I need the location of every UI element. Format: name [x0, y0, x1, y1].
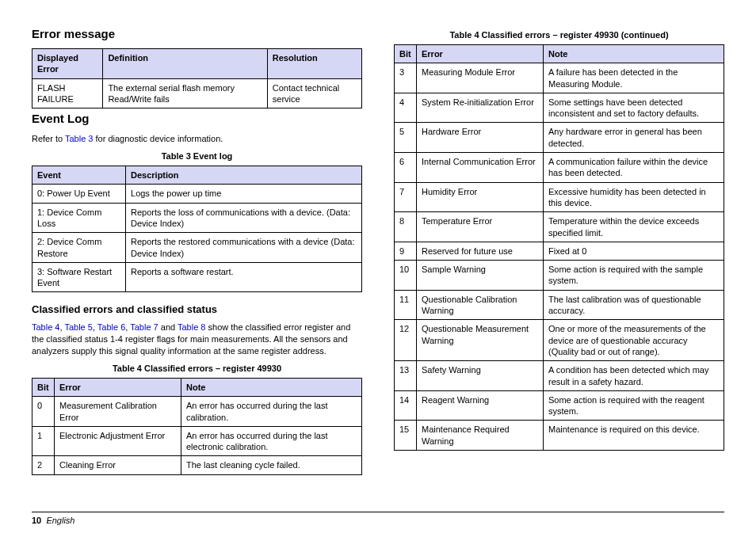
link-table7[interactable]: Table 7	[130, 322, 158, 332]
table-row: 5Hardware ErrorAny hardware error in gen…	[395, 123, 724, 153]
th: Bit	[395, 45, 417, 63]
table-cell: 10	[395, 261, 417, 291]
table-cell: Temperature Error	[417, 212, 544, 242]
table-event-log: Event Description 0: Power Up EventLogs …	[32, 166, 362, 292]
link-table8[interactable]: Table 8	[178, 322, 205, 332]
table-cell: 0: Power Up Event	[32, 185, 126, 203]
table-cell: Reagent Warning	[417, 390, 544, 421]
tbody: FLASH FAILUREThe external serial flash m…	[32, 78, 362, 109]
table-cell: 11	[395, 290, 417, 320]
table-cell: 2	[32, 456, 55, 474]
table-row: 4System Re-initialization ErrorSome sett…	[395, 93, 724, 123]
table-cell: Some settings have been detected inconsi…	[544, 93, 724, 123]
table-cell: 3: Software Restart Event	[32, 262, 126, 292]
table-row: 1Electronic Adjustment ErrorAn error has…	[32, 426, 362, 456]
tbody: 0: Power Up EventLogs the power up time1…	[32, 185, 362, 292]
table-row: 2: Device Comm RestoreReports the restor…	[32, 233, 362, 263]
table-cell: 14	[395, 390, 417, 421]
table-row: 0: Power Up EventLogs the power up time	[32, 185, 362, 203]
table-cell: One or more of the measurements of the d…	[544, 320, 724, 361]
table-cell: FLASH FAILURE	[32, 78, 103, 109]
table-cell: 3	[395, 63, 417, 93]
table-cell: Questionable Calibration Warning	[417, 290, 544, 320]
table-row: 2Cleaning ErrorThe last cleaning cycle f…	[32, 456, 362, 474]
table-row: 14Reagent WarningSome action is required…	[395, 390, 724, 421]
table-cell: 8	[395, 212, 417, 242]
table-cell: Hardware Error	[417, 123, 544, 153]
table-cell: 1: Device Comm Loss	[32, 203, 126, 233]
table-cell: An error has occurred during the last el…	[181, 426, 362, 456]
table-cell: Fixed at 0	[544, 242, 724, 260]
table-cell: 6	[395, 153, 417, 183]
right-column: Table 4 Classified errors – register 499…	[394, 24, 724, 497]
table-cell: Any hardware error in general has been d…	[544, 123, 724, 153]
table-cell: 2: Device Comm Restore	[32, 233, 126, 263]
table-row: 0Measurement Calibration ErrorAn error h…	[32, 397, 362, 427]
table-row: FLASH FAILUREThe external serial flash m…	[32, 78, 362, 109]
table-cell: Reports the restored communications with…	[126, 233, 362, 263]
table-cell: Electronic Adjustment Error	[55, 426, 181, 456]
caption-table3: Table 3 Event log	[32, 151, 362, 161]
table-cell: Reserved for future use	[417, 242, 544, 260]
th: Error	[55, 378, 181, 396]
th: Event	[32, 166, 126, 185]
table-cell: Measuring Module Error	[417, 63, 544, 93]
table-cell: The external serial flash memory Read/Wr…	[103, 78, 267, 109]
table-cell: Humidity Error	[417, 182, 544, 212]
link-table5[interactable]: Table 5	[64, 322, 92, 332]
table-row: 15Maintenance Required WarningMaintenanc…	[395, 421, 724, 451]
table-cell: 12	[395, 320, 417, 361]
link-table3[interactable]: Table 3	[65, 134, 93, 143]
table-cell: Internal Communication Error	[417, 153, 544, 183]
heading-error-message: Error message	[32, 27, 362, 40]
table-cell: 9	[395, 242, 417, 260]
tbody: 3Measuring Module ErrorA failure has bee…	[395, 63, 724, 451]
caption-table4: Table 4 Classified errors – register 499…	[32, 364, 362, 373]
table-cell: A failure has been detected in the Measu…	[544, 63, 724, 93]
table-cell: The last calibration was of questionable…	[544, 290, 724, 320]
table-classified-errors-continued: Bit Error Note 3Measuring Module ErrorA …	[394, 44, 724, 451]
heading-classified: Classified errors and classified status	[32, 303, 362, 315]
table-cell: A communication failure within the devic…	[544, 153, 724, 183]
table-cell: Reports a software restart.	[126, 262, 362, 292]
th: Description	[126, 166, 362, 185]
table-row: 3: Software Restart EventReports a softw…	[32, 262, 362, 292]
table-cell: Contact technical service	[267, 78, 361, 109]
table-cell: 0	[32, 397, 55, 427]
tbody: 0Measurement Calibration ErrorAn error h…	[32, 397, 362, 474]
th: Note	[544, 45, 724, 63]
table-cell: Safety Warning	[417, 361, 544, 391]
footer-language: English	[46, 516, 74, 525]
th: Bit	[32, 378, 55, 396]
th: Definition	[103, 49, 267, 79]
table-cell: An error has occurred during the last ca…	[181, 397, 362, 427]
table-cell: 4	[395, 93, 417, 123]
table-cell: 5	[395, 123, 417, 153]
table-cell: 15	[395, 421, 417, 451]
table-cell: Measurement Calibration Error	[55, 397, 181, 427]
table-cell: Some action is required with the sample …	[544, 261, 724, 291]
table-cell: System Re-initialization Error	[417, 93, 544, 123]
event-log-intro: Refer to Table 3 for diagnostic device i…	[32, 133, 362, 145]
table-cell: Excessive humidity has been detected in …	[544, 182, 724, 212]
th: Displayed Error	[32, 49, 103, 79]
text: for diagnostic device information.	[93, 134, 223, 143]
table-row: 9Reserved for future useFixed at 0	[395, 242, 724, 260]
table-row: 11Questionable Calibration WarningThe la…	[395, 290, 724, 320]
classified-para: Table 4, Table 5, Table 6, Table 7 and T…	[32, 322, 362, 357]
table-cell: Some action is required with the reagent…	[544, 390, 724, 421]
table-row: 13Safety WarningA condition has been det…	[395, 361, 724, 391]
table-cell: 13	[395, 361, 417, 391]
table-cell: Cleaning Error	[55, 456, 181, 474]
table-row: 8Temperature ErrorTemperature within the…	[395, 212, 724, 242]
link-table6[interactable]: Table 6	[97, 322, 125, 332]
page-footer: 10 English	[32, 512, 724, 525]
table-cell: Maintenance is required on this device.	[544, 421, 724, 451]
link-table4[interactable]: Table 4	[32, 322, 59, 332]
table-row: 10Sample WarningSome action is required …	[395, 261, 724, 291]
table-cell: Sample Warning	[417, 261, 544, 291]
table-cell: Reports the loss of communications with …	[126, 203, 362, 233]
table-cell: A condition has been detected which may …	[544, 361, 724, 391]
table-classified-errors: Bit Error Note 0Measurement Calibration …	[32, 378, 362, 475]
table-row: 7Humidity ErrorExcessive humidity has be…	[395, 182, 724, 212]
